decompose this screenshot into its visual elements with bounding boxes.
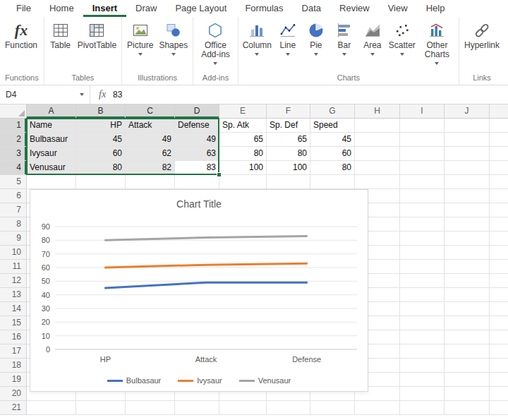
row-header-17[interactable]: 17 bbox=[0, 344, 27, 359]
select-all-corner[interactable] bbox=[0, 104, 27, 119]
series-line-ivysaur[interactable] bbox=[105, 263, 306, 268]
table-button[interactable]: Table bbox=[47, 18, 75, 50]
cell-D3[interactable]: 63 bbox=[175, 147, 219, 161]
cell-F4[interactable]: 100 bbox=[267, 161, 310, 175]
cell-J4[interactable] bbox=[445, 161, 490, 175]
row-header-10[interactable]: 10 bbox=[0, 246, 27, 260]
row-header-14[interactable]: 14 bbox=[0, 302, 27, 316]
cell-I6[interactable] bbox=[400, 189, 445, 203]
cell-A1[interactable]: Name bbox=[27, 119, 76, 133]
cell-E21[interactable] bbox=[219, 401, 267, 415]
cell-E1[interactable]: Sp. Atk bbox=[219, 119, 267, 133]
cell-J9[interactable] bbox=[445, 232, 490, 246]
cell-H2[interactable] bbox=[355, 133, 400, 147]
cell-H4[interactable] bbox=[355, 161, 400, 175]
row-header-1[interactable]: 1 bbox=[0, 119, 27, 133]
cell-A2[interactable]: Bulbasaur bbox=[27, 133, 76, 147]
cell-F2[interactable]: 65 bbox=[267, 133, 310, 147]
cell-J15[interactable] bbox=[445, 316, 490, 330]
name-box[interactable]: D4 bbox=[0, 85, 90, 104]
cell-B3[interactable]: 60 bbox=[76, 147, 126, 161]
cell-J1[interactable] bbox=[445, 119, 490, 133]
cell-I14[interactable] bbox=[400, 302, 445, 316]
row-header-21[interactable]: 21 bbox=[0, 401, 27, 415]
cell-J5[interactable] bbox=[445, 175, 490, 189]
row-header-12[interactable]: 12 bbox=[0, 274, 27, 288]
cell-I10[interactable] bbox=[400, 246, 445, 260]
area-chart-button[interactable]: Area bbox=[358, 18, 387, 56]
insert-function-icon[interactable]: fx bbox=[90, 89, 113, 100]
cell-B21[interactable] bbox=[76, 401, 126, 415]
column-header-E[interactable]: E bbox=[219, 104, 267, 119]
cell-J12[interactable] bbox=[445, 274, 490, 288]
tab-insert[interactable]: Insert bbox=[83, 0, 126, 17]
cell-I5[interactable] bbox=[400, 175, 445, 189]
cell-D21[interactable] bbox=[175, 401, 219, 415]
cell-I11[interactable] bbox=[400, 260, 445, 274]
cell-F3[interactable]: 80 bbox=[267, 147, 310, 161]
cell-I20[interactable] bbox=[400, 387, 445, 401]
cell-D2[interactable]: 49 bbox=[175, 133, 219, 147]
cell-E4[interactable]: 100 bbox=[219, 161, 267, 175]
tab-file[interactable]: File bbox=[7, 0, 40, 17]
line-chart-button[interactable]: Line bbox=[274, 18, 302, 56]
cell-I19[interactable] bbox=[400, 373, 445, 387]
cell-C4[interactable]: 82 bbox=[126, 161, 175, 175]
cell-J14[interactable] bbox=[445, 302, 490, 316]
chart-object[interactable]: 0102030405060708090HPAttackDefense Chart… bbox=[30, 189, 368, 392]
tab-draw[interactable]: Draw bbox=[126, 0, 166, 17]
cell-J6[interactable] bbox=[445, 189, 490, 203]
cell-J20[interactable] bbox=[445, 387, 490, 401]
cell-I15[interactable] bbox=[400, 316, 445, 330]
cell-E3[interactable]: 80 bbox=[219, 147, 267, 161]
tab-page-layout[interactable]: Page Layout bbox=[166, 0, 236, 17]
row-header-7[interactable]: 7 bbox=[0, 203, 27, 217]
cell-A4[interactable]: Venusaur bbox=[27, 161, 76, 175]
cell-I7[interactable] bbox=[400, 203, 445, 217]
cell-H5[interactable] bbox=[355, 175, 400, 189]
cell-B5[interactable] bbox=[76, 175, 126, 189]
cell-C1[interactable]: Attack bbox=[126, 119, 175, 133]
cell-J13[interactable] bbox=[445, 288, 490, 302]
tab-help[interactable]: Help bbox=[417, 0, 454, 17]
series-line-venusaur[interactable] bbox=[105, 236, 306, 241]
cell-H1[interactable] bbox=[355, 119, 400, 133]
row-header-19[interactable]: 19 bbox=[0, 373, 27, 387]
cell-J10[interactable] bbox=[445, 246, 490, 260]
hyperlink-button[interactable]: Hyperlink bbox=[461, 18, 502, 50]
cell-G4[interactable]: 80 bbox=[310, 161, 355, 175]
legend-item-venusaur[interactable]: Venusaur bbox=[239, 376, 291, 385]
row-header-20[interactable]: 20 bbox=[0, 387, 27, 401]
legend-item-bulbasaur[interactable]: Bulbasaur bbox=[107, 376, 162, 385]
cell-I1[interactable] bbox=[400, 119, 445, 133]
cell-H3[interactable] bbox=[355, 147, 400, 161]
row-header-16[interactable]: 16 bbox=[0, 330, 27, 344]
legend-item-ivysaur[interactable]: Ivysaur bbox=[178, 376, 222, 385]
cell-A3[interactable]: Ivysaur bbox=[27, 147, 76, 161]
cell-I13[interactable] bbox=[400, 288, 445, 302]
row-header-9[interactable]: 9 bbox=[0, 232, 27, 246]
column-header-F[interactable]: F bbox=[267, 104, 310, 119]
cell-G21[interactable] bbox=[310, 401, 355, 415]
cell-J17[interactable] bbox=[445, 344, 490, 359]
column-header-J[interactable]: J bbox=[445, 104, 490, 119]
cell-I21[interactable] bbox=[400, 401, 445, 415]
tab-review[interactable]: Review bbox=[330, 0, 379, 17]
cell-B1[interactable]: HP bbox=[76, 119, 126, 133]
cell-J2[interactable] bbox=[445, 133, 490, 147]
cell-C2[interactable]: 49 bbox=[126, 133, 175, 147]
cell-D5[interactable] bbox=[175, 175, 219, 189]
cell-F5[interactable] bbox=[267, 175, 310, 189]
scatter-chart-button[interactable]: Scatter bbox=[387, 18, 418, 56]
other-charts-button[interactable]: Other Charts bbox=[418, 18, 456, 65]
tab-formulas[interactable]: Formulas bbox=[236, 0, 292, 17]
cell-H21[interactable] bbox=[355, 401, 400, 415]
row-header-8[interactable]: 8 bbox=[0, 217, 27, 232]
cell-C3[interactable]: 62 bbox=[126, 147, 175, 161]
cell-J11[interactable] bbox=[445, 260, 490, 274]
cell-G1[interactable]: Speed bbox=[310, 119, 355, 133]
cell-C5[interactable] bbox=[126, 175, 175, 189]
cell-G3[interactable]: 60 bbox=[310, 147, 355, 161]
cell-J16[interactable] bbox=[445, 330, 490, 344]
cell-E2[interactable]: 65 bbox=[219, 133, 267, 147]
